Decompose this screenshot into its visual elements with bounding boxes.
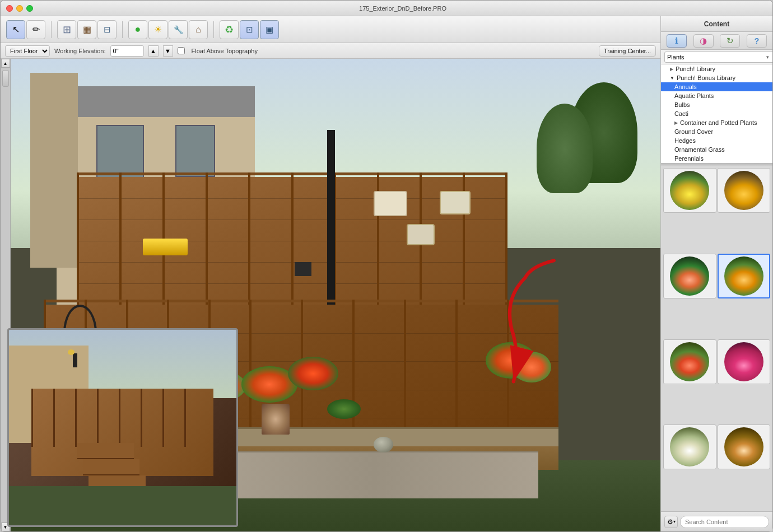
thumbnail-8[interactable]: [718, 424, 771, 469]
large-pot: [262, 404, 290, 435]
flower-cluster-center: [288, 357, 338, 390]
plant-image-2: [724, 171, 763, 210]
thumbnail-5[interactable]: [663, 339, 716, 384]
float-checkbox[interactable]: [178, 47, 185, 54]
yellow-garden-box: [143, 239, 188, 255]
tree-label-annuals: Annuals: [674, 83, 697, 90]
thumb-wrapper-4: [719, 255, 770, 297]
thumb-wrapper-5: [664, 340, 716, 384]
thumbnail-6[interactable]: [718, 339, 771, 384]
floor-select[interactable]: First Floor: [5, 45, 50, 57]
toolbar-separator-3: [213, 21, 214, 38]
tree-item-container[interactable]: ▶ Container and Potted Plants: [661, 118, 772, 127]
plant-image-4: [724, 256, 763, 296]
search-gear-button[interactable]: ⚙ ▾: [664, 516, 678, 528]
tab-help[interactable]: ?: [747, 34, 767, 48]
globe-tool[interactable]: ●: [128, 20, 147, 39]
thumb-wrapper-7: [664, 425, 716, 469]
thumbnail-3[interactable]: [663, 254, 716, 298]
cursor-tool[interactable]: ↖: [6, 20, 25, 39]
cursor-icon: ↖: [12, 24, 20, 35]
scroll-thumb[interactable]: [2, 70, 9, 87]
thumbnail-4[interactable]: [718, 254, 771, 298]
maximize-button[interactable]: [26, 5, 33, 12]
elevation-up-btn[interactable]: ▲: [148, 45, 159, 57]
thumbnail-7[interactable]: [663, 424, 716, 469]
plant-image-7: [670, 427, 709, 466]
gear-icon: ⚙: [667, 518, 673, 526]
post-5: [248, 172, 250, 314]
rotate-icon: ↻: [727, 36, 734, 46]
search-input[interactable]: [680, 516, 769, 528]
thumbnail-1[interactable]: [663, 168, 716, 213]
traffic-lights: [6, 5, 33, 12]
floorplan-icon: ⊞: [63, 24, 71, 36]
gear-dropdown-icon: ▾: [673, 519, 676, 524]
tree-label-cacti: Cacti: [674, 110, 688, 117]
scroll-up-button[interactable]: ▲: [1, 59, 10, 68]
thumbnail-2[interactable]: [718, 168, 771, 213]
tab-colors[interactable]: ◑: [693, 34, 714, 48]
eco-tool[interactable]: ♻: [220, 20, 239, 39]
prev-step-1: [77, 443, 134, 459]
tree-label-perennials: Perennials: [674, 155, 704, 162]
toolbar-separator-2: [122, 21, 123, 38]
tab-rotate[interactable]: ↻: [720, 34, 740, 48]
patio-chair-3: [407, 224, 435, 245]
eco-icon: ♻: [225, 24, 234, 36]
blueprint-tool[interactable]: ▦: [77, 20, 96, 39]
content-panel-title: Content: [704, 20, 729, 28]
tree-item-ornamental[interactable]: Ornamental Grass: [661, 145, 772, 154]
category-select[interactable]: Plants Trees Shrubs Groundcover Flowers: [664, 52, 772, 63]
tree-item-aquatic[interactable]: Aquatic Plants: [661, 91, 772, 100]
right-panel-header: Content: [661, 16, 772, 32]
tree-label-punch-bonus: Punch! Bonus Library: [677, 74, 735, 81]
plant-image-8: [724, 427, 763, 466]
category-tree: ▶ Punch! Library ▼ Punch! Bonus Library …: [661, 64, 772, 164]
stone-path: [208, 451, 538, 498]
post-4: [206, 172, 208, 314]
tree-item-bulbs[interactable]: Bulbs: [661, 100, 772, 109]
house-tool[interactable]: ⌂: [189, 20, 208, 39]
post-1: [77, 172, 79, 314]
elevation-down-btn[interactable]: ▼: [163, 45, 173, 57]
floorplan-tool[interactable]: ⊞: [57, 20, 76, 39]
map-tool[interactable]: ⊡: [240, 20, 259, 39]
preview-light: [73, 353, 77, 367]
elevation-input[interactable]: [110, 45, 144, 57]
help-icon: ?: [755, 36, 760, 45]
thumbnails-grid: [661, 166, 772, 511]
wrench-icon: 🔧: [174, 25, 183, 34]
tree-item-cacti[interactable]: Cacti: [661, 109, 772, 118]
tree-item-punch-bonus[interactable]: ▼ Punch! Bonus Library: [661, 73, 772, 82]
plant-image-6: [724, 342, 763, 381]
close-button[interactable]: [6, 5, 13, 12]
dropdown-bar: First Floor Working Elevation: ▲ ▼ Float…: [1, 43, 660, 59]
post-11: [505, 172, 507, 314]
tree-item-hedges[interactable]: Hedges: [661, 136, 772, 145]
plant-image-5: [670, 342, 709, 381]
prev-post-8: [184, 389, 186, 447]
training-center-button[interactable]: Training Center...: [599, 45, 656, 57]
rooms-icon: ⊟: [104, 25, 111, 35]
wrench-tool[interactable]: 🔧: [169, 20, 188, 39]
tree-label-punch-library: Punch! Library: [676, 66, 715, 72]
tree-item-punch-library[interactable]: ▶ Punch! Library: [661, 64, 772, 73]
sun-tool[interactable]: ☀: [148, 20, 167, 39]
tool-group-special: ● ☀ 🔧 ⌂: [127, 19, 209, 40]
rooms-tool[interactable]: ⊟: [97, 20, 117, 39]
prev-post-2: [53, 389, 55, 447]
monitor-tool[interactable]: ▣: [260, 20, 279, 39]
tab-info[interactable]: ℹ: [667, 34, 687, 48]
tree-item-groundcover[interactable]: Ground Cover: [661, 127, 772, 136]
left-panel: ↖ ✏ ⊞ ▦ ⊟: [1, 16, 660, 531]
pencil-tool[interactable]: ✏: [26, 20, 45, 39]
minimize-button[interactable]: [16, 5, 23, 12]
tree-triangle-punch-library: ▶: [670, 67, 673, 72]
tree-item-perennials[interactable]: Perennials: [661, 154, 772, 163]
stove-base: [295, 262, 311, 276]
tree-item-annuals[interactable]: Annuals: [661, 82, 772, 91]
right-panel-tabs: ℹ ◑ ↻ ?: [661, 32, 772, 50]
thumb-wrapper-2: [718, 169, 770, 212]
tool-group-view: ⊞ ▦ ⊟: [56, 19, 118, 40]
